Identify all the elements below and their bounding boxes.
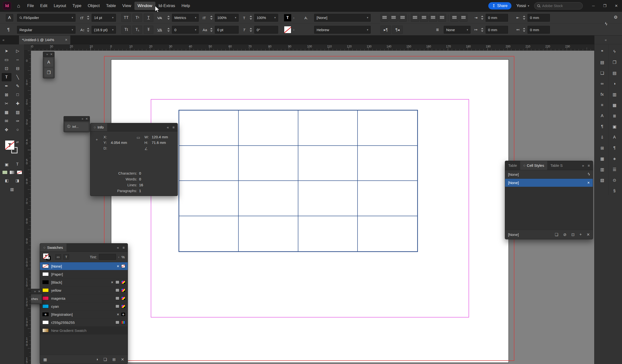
skew-field[interactable]: 0°	[254, 26, 278, 34]
layers-panel-icon[interactable]: ❏	[597, 69, 607, 77]
panel-menu-icon[interactable]: ≡	[122, 246, 125, 249]
menu-window[interactable]: Window	[135, 2, 156, 10]
chevron-down-icon[interactable]: ▾	[272, 16, 276, 19]
style-from-selection-icon[interactable]: ⊡	[571, 232, 575, 237]
selection-tool[interactable]: ➤	[2, 47, 11, 55]
stroke-styles-panel-icon[interactable]: ≣	[610, 112, 619, 120]
gear-icon[interactable]: ⚙	[614, 15, 618, 20]
table-styles-panel-icon[interactable]: ▥	[597, 165, 607, 174]
info-panel-button[interactable]: ⓘ Inf...	[65, 122, 88, 131]
chevron-down-icon[interactable]: ▾	[365, 16, 368, 19]
collapsed-stack-header[interactable]: » ✕	[43, 52, 55, 57]
cell-style-row[interactable]: [None]✕	[505, 179, 593, 187]
expand-panel-icon[interactable]: »	[46, 53, 48, 56]
underline-button[interactable]: T	[144, 14, 154, 22]
new-color-group-icon[interactable]: ❏	[103, 357, 107, 362]
formatting-affects-container-button[interactable]: ▭	[55, 254, 61, 260]
close-icon[interactable]: ✕	[85, 117, 88, 120]
table-cell[interactable]	[358, 146, 417, 181]
new-style-group-icon[interactable]: ❏	[555, 232, 558, 237]
presentation-mode-button[interactable]: ▥	[8, 186, 17, 193]
rectangle-tool[interactable]: □	[13, 91, 23, 99]
justify-last-center-button[interactable]	[420, 14, 428, 22]
tint-slider-icon[interactable]: ›	[118, 255, 119, 259]
character-panel-icon[interactable]: A	[44, 58, 53, 67]
direct-selection-tool[interactable]: ▷	[13, 47, 23, 55]
text-wrap-panel-icon[interactable]: ▧	[597, 176, 607, 185]
style-override-highlighter-icon[interactable]: ϟ	[588, 172, 590, 176]
pencil-tool[interactable]: ✎	[13, 82, 23, 90]
content-placer-tool[interactable]: ⊟	[13, 64, 23, 73]
table-cell[interactable]	[179, 216, 239, 251]
text-fill-stroke-proxy[interactable]: T	[43, 252, 53, 261]
swatches-panel-icon[interactable]: ▩	[610, 101, 619, 110]
superscript-button[interactable]: T¹	[133, 14, 142, 22]
note-tool[interactable]: ✉	[2, 117, 11, 125]
baseline-shift-field[interactable]: 0 pt	[215, 26, 239, 34]
last-line-indent-stepper[interactable]	[522, 26, 526, 33]
menu-file[interactable]: File	[24, 2, 37, 10]
collapse-panel-icon[interactable]: «	[117, 246, 119, 249]
swatches-panel-header[interactable]: ◇ Swatches « ≡	[40, 244, 128, 252]
free-transform-tool[interactable]: ✚	[13, 99, 23, 108]
create-new-style-icon[interactable]: +	[579, 232, 582, 237]
tab-table-s[interactable]: Table S	[547, 161, 566, 170]
cell-styles-header[interactable]: Table◇Cell StylesTable S » ≡	[505, 161, 593, 170]
menu-object[interactable]: Object	[84, 2, 103, 10]
indesign-logo[interactable]: Id	[3, 2, 11, 10]
close-button[interactable]: ✕	[611, 0, 622, 12]
table-cell[interactable]	[239, 181, 298, 216]
color-themes-icon[interactable]: ◑	[96, 357, 98, 362]
swatches-panel-tab[interactable]: ◇ Swatches	[40, 244, 66, 251]
strikethrough-button[interactable]: T	[144, 26, 154, 34]
small-caps-button[interactable]: Tt	[121, 26, 131, 34]
toolbar-collapse-icon[interactable]: «	[2, 38, 4, 42]
page-tool[interactable]: ▭	[2, 56, 11, 64]
story-editor-panel-icon[interactable]: ☰	[610, 165, 619, 174]
view-options-button[interactable]: ◨	[13, 177, 22, 184]
close-icon[interactable]: ✕	[50, 53, 53, 56]
maximize-button[interactable]: ❐	[599, 0, 611, 12]
glyphs-panel-icon[interactable]: ∗	[610, 154, 619, 163]
stroke-panel-icon[interactable]: ≡	[597, 101, 607, 110]
ruler-origin-corner[interactable]	[24, 44, 31, 51]
leading-stepper[interactable]	[86, 26, 90, 33]
justify-all-button[interactable]	[438, 14, 446, 22]
rtl-direction-button[interactable]: ¶◂	[392, 26, 403, 34]
indent-left-stepper[interactable]	[480, 14, 484, 21]
links-panel-icon[interactable]: ∞	[597, 79, 607, 88]
apply-gradient-button[interactable]	[9, 170, 15, 175]
screen-mode-button[interactable]: ◧	[2, 177, 11, 184]
menu-id-extras[interactable]: Id-Extras	[156, 2, 178, 10]
expand-panel-icon[interactable]: »	[34, 290, 36, 293]
swatch-views-icon[interactable]: ▦	[43, 357, 47, 362]
swatch-row[interactable]: r255g255b255	[40, 319, 128, 326]
pages-panel-icon[interactable]: ❐	[44, 68, 53, 77]
tab-cell-styles[interactable]: ◇Cell Styles	[520, 161, 547, 170]
text-fill-proxy[interactable]: T	[43, 253, 49, 259]
horizontal-scale-select[interactable]: 100% ▾	[254, 14, 278, 22]
chevron-down-icon[interactable]: ▾	[193, 28, 196, 31]
rectangle-frame-tool[interactable]: ⊠	[2, 91, 11, 99]
adobe-stock-search[interactable]	[534, 2, 583, 9]
fill-stroke-proxy[interactable]: T ⇄	[0, 140, 24, 161]
gradient-feather-tool[interactable]: ▨	[13, 108, 23, 116]
expand-panel-icon[interactable]: »	[582, 163, 584, 168]
align-center-button[interactable]	[389, 14, 398, 22]
gap-tool[interactable]: ⇔	[13, 56, 23, 64]
leading-select[interactable]: (18.9 pt) ▾	[92, 26, 116, 34]
collapsed-info-header[interactable]: » ✕	[64, 116, 90, 121]
subscript-button[interactable]: T₁	[133, 26, 142, 34]
first-line-indent-field[interactable]: 0 mm	[486, 26, 508, 34]
dock-collapse-icon[interactable]: «	[605, 38, 607, 42]
stroke-flyout-icon[interactable]: ›	[293, 28, 294, 32]
text-stroke-color-button[interactable]	[284, 26, 291, 33]
swatch-row[interactable]: [Black]✕	[40, 278, 128, 286]
minimize-button[interactable]: ─	[588, 0, 599, 12]
vertical-scale-select[interactable]: 100% ▾	[215, 14, 239, 22]
object-styles-panel-icon[interactable]: ▣	[610, 122, 619, 131]
chevron-down-icon[interactable]: ▾	[69, 16, 73, 19]
justify-last-left-button[interactable]	[411, 14, 419, 22]
info-panel-tab[interactable]: ◇ Info	[90, 123, 107, 131]
panel-collapse-icon[interactable]: ◇	[43, 246, 45, 249]
